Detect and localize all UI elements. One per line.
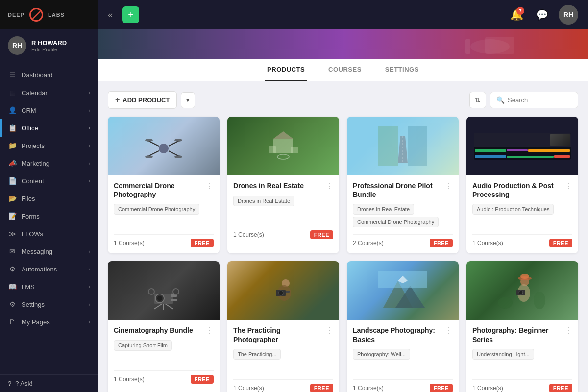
user-section[interactable]: RH R HOWARD Edit Profile — [0, 29, 98, 62]
card-image — [227, 117, 339, 175]
sidebar-item-content[interactable]: 📄 Content › — [0, 172, 98, 190]
card-tags: The Practicing... — [233, 349, 333, 373]
card-menu-button[interactable]: ⋮ — [325, 181, 333, 191]
sidebar-item-office[interactable]: 📋 Office › — [0, 119, 98, 137]
ask-button[interactable]: ? ? Ask! — [8, 380, 90, 387]
svg-rect-30 — [155, 290, 172, 294]
card-menu-button[interactable]: ⋮ — [445, 326, 453, 335]
profile-avatar[interactable]: RH — [559, 5, 578, 24]
svg-point-32 — [173, 289, 179, 294]
card-menu-button[interactable]: ⋮ — [564, 181, 572, 191]
card-body: Audio Production & Post Processing ⋮ Aud… — [466, 175, 578, 253]
card-tags: Drones in Real Estate Commercial Drone P… — [353, 204, 453, 228]
card-tag: Drones in Real Estate — [233, 196, 294, 206]
card-tag: Audio : Production Techniques — [472, 204, 554, 215]
sidebar-item-files[interactable]: 📂 Files — [0, 190, 98, 207]
hero-banner — [98, 29, 588, 59]
card-tags: Drones in Real Estate — [233, 196, 333, 220]
card-menu-button[interactable]: ⋮ — [206, 181, 214, 191]
svg-point-49 — [534, 292, 545, 309]
svg-line-7 — [149, 151, 159, 156]
ask-bar[interactable]: ? ? Ask! — [0, 374, 98, 392]
sidebar-item-messaging[interactable]: ✉ Messaging › — [0, 243, 98, 260]
product-card: Landscape Photography: Basics ⋮ Photogra… — [347, 261, 459, 392]
price-badge: FREE — [191, 239, 214, 247]
sidebar-item-crm[interactable]: 👤 CRM › — [0, 101, 98, 119]
sidebar-item-label: Content — [22, 177, 44, 185]
svg-point-31 — [148, 289, 154, 294]
filter-button[interactable]: ⇅ — [469, 92, 486, 108]
add-product-dropdown[interactable]: ▾ — [181, 92, 195, 108]
tab-courses[interactable]: COURSES — [326, 59, 364, 81]
card-menu-button[interactable]: ⋮ — [445, 181, 453, 191]
card-menu-button[interactable]: ⋮ — [325, 326, 333, 335]
sidebar-item-projects[interactable]: 📁 Projects › — [0, 137, 98, 154]
topbar: « + 🔔 7 💬 RH — [98, 0, 588, 29]
add-product-button[interactable]: + ADD PRODUCT — [108, 91, 177, 109]
card-image — [227, 261, 339, 320]
sidebar-item-lms[interactable]: 📖 LMS › — [0, 278, 98, 295]
card-tags: Audio : Production Techniques — [472, 204, 572, 228]
tab-products[interactable]: PRODUCTS — [265, 59, 307, 81]
sidebar-item-automations[interactable]: ⚙ Automations › — [0, 260, 98, 278]
card-tags: Commercial Drone Photography — [114, 204, 214, 228]
messages-button[interactable]: 💬 — [533, 6, 551, 24]
card-menu-button[interactable]: ⋮ — [564, 326, 572, 335]
card-title: Drones in Real Estate — [233, 181, 325, 190]
card-body: Cinematography Bundle ⋮ Capturing Short … — [108, 320, 220, 390]
svg-rect-16 — [291, 147, 298, 153]
tab-settings[interactable]: SETTINGS — [383, 59, 421, 81]
notification-button[interactable]: 🔔 7 — [508, 6, 525, 24]
svg-point-47 — [519, 291, 523, 294]
chevron-down-icon: ▾ — [186, 97, 190, 104]
chevron-right-icon: › — [89, 319, 90, 325]
chevron-right-icon: › — [89, 90, 90, 96]
product-card: Professional Drone Pilot Bundle ⋮ Drones… — [347, 117, 459, 253]
sidebar-item-mypages[interactable]: 🗋 My Pages › — [0, 313, 98, 331]
courses-count: 1 Course(s) — [114, 240, 145, 246]
card-image — [108, 261, 220, 320]
card-footer: 1 Course(s) FREE — [353, 379, 453, 392]
search-input[interactable] — [508, 97, 571, 104]
product-card: Cinematography Bundle ⋮ Capturing Short … — [108, 261, 220, 392]
card-title: Photography: Beginner Series — [472, 326, 564, 343]
chevron-right-icon: › — [89, 143, 90, 148]
sidebar-item-label: Office — [22, 124, 38, 132]
avatar: RH — [8, 36, 26, 55]
price-badge: FREE — [549, 239, 572, 247]
sidebar-item-calendar[interactable]: ▦ Calendar › — [0, 84, 98, 101]
calendar-icon: ▦ — [8, 89, 17, 97]
card-title: Cinematography Bundle — [114, 326, 206, 335]
sidebar-item-flows[interactable]: ≫ FLOWs — [0, 225, 98, 243]
sidebar-item-marketing[interactable]: 📣 Marketing › — [0, 154, 98, 172]
filter-icon: ⇅ — [475, 96, 481, 104]
projects-icon: 📁 — [8, 142, 17, 149]
courses-count: 1 Course(s) — [233, 385, 264, 392]
chevron-right-icon: › — [89, 249, 90, 254]
card-menu-button[interactable]: ⋮ — [206, 326, 214, 335]
card-title: Commercial Drone Photography — [114, 181, 206, 199]
edit-profile-link[interactable]: Edit Profile — [31, 47, 67, 52]
price-badge: FREE — [430, 239, 453, 247]
chevron-right-icon: › — [89, 161, 90, 166]
page-content: PRODUCTS COURSES SETTINGS + ADD PRODUCT … — [98, 29, 588, 392]
sidebar-item-forms[interactable]: 📝 Forms — [0, 207, 98, 225]
add-product-label: ADD PRODUCT — [122, 97, 170, 104]
chevron-right-icon: › — [89, 178, 90, 184]
sidebar-item-label: CRM — [22, 107, 36, 114]
files-icon: 📂 — [8, 195, 17, 202]
sidebar-item-dashboard[interactable]: ☰ Dashboard — [0, 66, 98, 84]
sidebar-item-label: Forms — [22, 213, 40, 220]
search-box[interactable]: 🔍 — [490, 92, 578, 108]
card-tag: Understanding Light... — [472, 349, 534, 360]
collapse-button[interactable]: « — [108, 10, 113, 20]
courses-count: 1 Course(s) — [353, 385, 384, 392]
sidebar-item-settings[interactable]: ⚙ Settings › — [0, 295, 98, 313]
forms-icon: 📝 — [8, 212, 17, 220]
svg-line-5 — [149, 141, 159, 146]
main-area: « + 🔔 7 💬 RH — [98, 0, 588, 392]
price-badge: FREE — [310, 384, 333, 392]
card-title: Landscape Photography: Basics — [353, 326, 445, 343]
sidebar-item-label: Marketing — [22, 160, 49, 167]
add-button[interactable]: + — [122, 6, 139, 23]
